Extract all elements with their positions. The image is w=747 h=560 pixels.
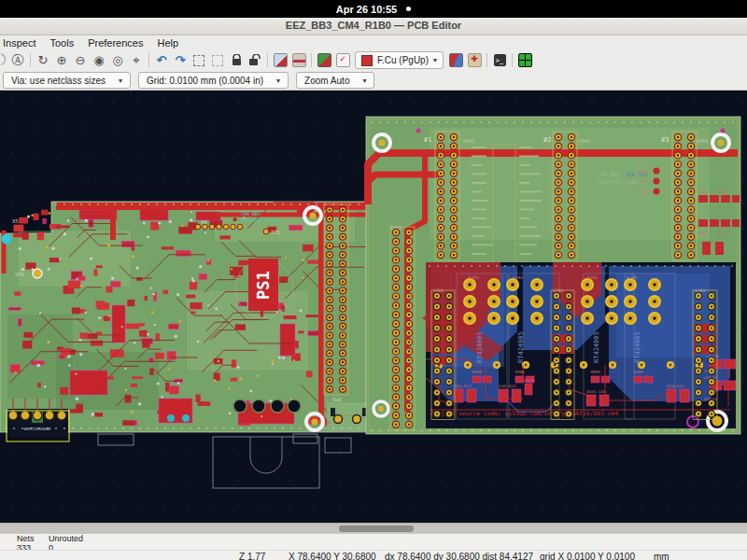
svg-text:X304: X304 <box>697 138 708 144</box>
high-contrast-icon[interactable] <box>446 51 465 69</box>
menu-bar: Inspect Tools Preferences Help <box>0 35 747 49</box>
dashed-square-icon <box>193 55 204 66</box>
chevron-down-icon: ▾ <box>276 77 280 85</box>
net-cross-icon: ✚ <box>468 53 482 67</box>
lock-icon[interactable] <box>227 51 246 69</box>
svg-text:X5: X5 <box>12 218 19 224</box>
drc-icon[interactable] <box>271 51 289 69</box>
search-lines-icon <box>292 53 306 67</box>
zoom-auto-icon[interactable]: Ⓐ <box>8 51 27 69</box>
secondary-toolbar: Via: use netclass sizes ▾ Grid: 0.0100 m… <box>0 71 747 91</box>
chevron-down-icon: ▾ <box>119 77 122 85</box>
zoom-dropdown[interactable]: Zoom Auto ▾ <box>296 72 374 89</box>
contrast-split-icon <box>449 53 463 67</box>
separator <box>311 53 312 67</box>
menu-help[interactable]: Help <box>157 37 178 49</box>
unrouted-label: Unrouted <box>49 535 83 542</box>
left-board: PS1 CM4 BB3 (05/2023 r1B0) X5 X4 TP1 SP1 <box>0 202 377 441</box>
svg-text:RT424005: RT424005 <box>476 331 484 363</box>
svg-text:SP1: SP1 <box>15 272 24 277</box>
svg-text:R201 R273: R201 R273 <box>454 385 472 388</box>
svg-text:#2: #2 <box>543 136 551 144</box>
units-readout: mm <box>654 552 669 560</box>
layer-selector[interactable]: F.Cu (PgUp) ▾ <box>355 51 444 69</box>
highlight-net-icon[interactable]: ✚ <box>465 51 484 69</box>
svg-text:R202 R212: R202 R212 <box>499 385 516 388</box>
svg-text:CM4 BB3: CM4 BB3 <box>598 172 619 177</box>
calculator-icon[interactable] <box>515 51 534 69</box>
zoom-selection-icon[interactable]: ⌖ <box>127 51 146 69</box>
pcb-canvas[interactable]: PS1 CM4 BB3 (05/2023 r1B0) X5 X4 TP1 SP1 <box>0 91 747 523</box>
svg-text:JP302: JP302 <box>638 179 648 184</box>
svg-text:R301: R301 <box>719 189 728 194</box>
svg-text:R208: R208 <box>472 370 482 374</box>
clipped-icon[interactable]: ◯ <box>1 51 8 69</box>
svg-text:R206: R206 <box>515 370 525 374</box>
system-top-bar: Apr 26 10:55 <box>0 0 747 18</box>
brush-icon <box>317 53 331 67</box>
svg-text:#3: #3 <box>661 136 669 144</box>
menu-tools[interactable]: Tools <box>49 37 74 49</box>
grid-dropdown[interactable]: Grid: 0.0100 mm (0.0004 in) ▾ <box>138 72 289 89</box>
svg-text:PS1: PS1 <box>254 271 273 300</box>
grid-calculator-icon <box>518 53 532 67</box>
svg-text:#1: #1 <box>424 136 431 144</box>
svg-text:K200: K200 <box>627 275 637 280</box>
menu-preferences[interactable]: Preferences <box>88 37 143 49</box>
svg-text:K202: K202 <box>513 275 523 280</box>
menu-inspect[interactable]: Inspect <box>3 37 35 49</box>
via-size-dropdown[interactable]: Via: use netclass sizes ▾ <box>3 72 131 89</box>
nets-label: Nets <box>17 535 35 542</box>
via-size-label: Via: use netclass sizes <box>11 76 106 86</box>
svg-text:JP300: JP300 <box>638 169 649 174</box>
separator <box>30 53 31 67</box>
separator <box>148 53 149 67</box>
pcb-editor-window: Apr 26 10:55 EEZ_BB3_CM4_R1B0 — PCB Edit… <box>0 0 747 560</box>
scripting-console-icon[interactable]: >_ <box>490 51 509 69</box>
svg-text:RT424005: RT424005 <box>634 331 641 363</box>
svg-text:Project source code: github.co: Project source code: github.com/intergal… <box>430 410 618 417</box>
zoom-fit-icon[interactable]: ◉ <box>90 51 108 69</box>
cursor-position: X 78.6400 Y 30.6800 <box>289 552 376 560</box>
paste-icon[interactable] <box>190 51 208 69</box>
chevron-down-icon: ▾ <box>362 77 366 85</box>
notification-dot-icon <box>406 7 411 11</box>
relay-section: K203 K202 K201 K200 X201 X202 X203 RT424… <box>422 262 736 430</box>
unlock-icon[interactable] <box>246 51 264 69</box>
svg-text:(05/2023 r1B0): (05/2023 r1B0) <box>598 179 641 185</box>
refresh-icon[interactable]: ↻ <box>34 51 52 69</box>
separator <box>267 53 268 67</box>
svg-text:JP301: JP301 <box>638 189 649 194</box>
footprint-search-icon[interactable] <box>289 51 308 69</box>
zoom-out-icon[interactable]: ⊖ <box>71 51 90 69</box>
svg-text:X301: X301 <box>463 138 474 144</box>
svg-text:RT424005: RT424005 <box>593 331 600 363</box>
paste-special-icon[interactable] <box>208 51 227 69</box>
layer-selector-label: F.Cu (PgUp) <box>377 55 429 65</box>
cleanup-icon[interactable] <box>315 51 333 69</box>
clock: Apr 26 10:55 <box>336 4 397 15</box>
zoom-in-icon[interactable]: ⊕ <box>52 51 71 69</box>
dashed-square-icon <box>212 55 223 66</box>
separator <box>512 53 513 67</box>
svg-text:Sw1: Sw1 <box>332 397 342 402</box>
terminal-icon: >_ <box>494 54 506 66</box>
redo-icon[interactable]: ↷ <box>171 51 190 69</box>
scrollbar-thumb[interactable] <box>339 525 414 532</box>
zoom-level: Z 1.77 <box>239 552 265 560</box>
horizontal-scrollbar[interactable] <box>0 523 747 534</box>
svg-text:RT424005: RT424005 <box>517 331 525 363</box>
zoom-page-icon[interactable]: ◎ <box>108 51 127 69</box>
window-title: EEZ_BB3_CM4_R1B0 — PCB Editor <box>0 18 747 35</box>
status-counts-row: Nets 333 Unrouted 0 <box>0 534 747 550</box>
separator <box>486 53 487 67</box>
svg-text:R205: R205 <box>634 370 643 374</box>
checklist-icon[interactable]: ✓ <box>333 51 352 69</box>
grid-label: Grid: 0.0100 mm (0.0004 in) <box>147 76 263 86</box>
undo-icon[interactable]: ↶ <box>152 51 171 69</box>
svg-text:CM4 BB3: CM4 BB3 <box>241 211 261 217</box>
drc-sheet-icon <box>274 53 288 67</box>
layer-color-swatch <box>361 55 373 66</box>
svg-text:K201: K201 <box>587 275 598 280</box>
svg-text:R209: R209 <box>591 370 600 374</box>
